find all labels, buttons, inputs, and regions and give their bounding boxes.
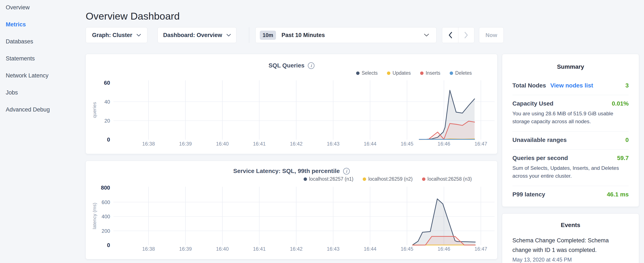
legend-item: Selects: [356, 70, 378, 76]
events-title: Events: [512, 222, 629, 228]
next-range-button[interactable]: [458, 28, 474, 43]
graph-dropdown-label: Graph: Cluster: [92, 32, 132, 39]
legend-dot-icon: [450, 72, 453, 75]
svg-text:16:42: 16:42: [290, 141, 302, 147]
now-button[interactable]: Now: [479, 27, 504, 43]
svg-text:16:47: 16:47: [474, 246, 487, 252]
time-range-label: Past 10 Minutes: [282, 32, 424, 39]
dashboard-dropdown[interactable]: Dashboard: Overview: [158, 27, 236, 43]
svg-text:16:44: 16:44: [364, 141, 376, 147]
legend-dot-icon: [422, 177, 426, 181]
legend-item: localhost:26258 (n3): [422, 176, 472, 182]
svg-text:latency (ms): latency (ms): [92, 203, 97, 229]
summary-row-label: Unavailable ranges: [512, 137, 566, 143]
summary-row-label: Total Nodes: [512, 82, 546, 89]
chevron-right-icon: [464, 32, 468, 39]
legend-dot-icon: [356, 72, 360, 75]
service-latency-chart-card: Service Latency: SQL, 99th percentile lo…: [86, 161, 498, 259]
summary-row-label: Capacity Used: [512, 100, 554, 107]
legend-item: Updates: [387, 70, 411, 76]
toolbar-divider: [249, 27, 249, 43]
summary-row-value: 3: [625, 82, 629, 89]
event-text: Schema Change Completed: Schema change w…: [512, 236, 629, 255]
summary-row-p99-latency: P99 latency 46.1 ms: [512, 186, 629, 204]
svg-text:16:42: 16:42: [290, 246, 302, 252]
legend-dot-icon: [387, 72, 390, 75]
summary-row-value: 0.01%: [612, 100, 629, 107]
chart-title-row: SQL Queries: [86, 62, 497, 69]
svg-text:400: 400: [102, 214, 110, 219]
service-latency-plot[interactable]: 16:3816:3916:4016:4116:4216:4316:4416:45…: [86, 161, 497, 259]
svg-text:16:45: 16:45: [400, 141, 413, 147]
chevron-down-icon: [424, 34, 429, 37]
legend-label: Updates: [392, 70, 411, 76]
svg-text:16:41: 16:41: [253, 141, 266, 147]
svg-text:600: 600: [102, 199, 110, 205]
summary-row-value: 46.1 ms: [607, 191, 629, 198]
chevron-left-icon: [448, 32, 452, 39]
sidebar-item-jobs[interactable]: Jobs: [6, 89, 85, 96]
sql-queries-chart-card: SQL Queries SelectsUpdatesInsertsDeletes…: [86, 54, 498, 154]
chart-title: Service Latency: SQL, 99th percentile: [233, 168, 340, 174]
svg-text:16:43: 16:43: [327, 141, 340, 147]
svg-text:60: 60: [104, 80, 110, 86]
chart-title-row: Service Latency: SQL, 99th percentile: [86, 168, 497, 174]
summary-row-total-nodes: Total Nodes View nodes list 3: [512, 82, 629, 95]
svg-text:20: 20: [104, 118, 110, 124]
svg-text:queries: queries: [92, 102, 97, 118]
svg-text:16:44: 16:44: [364, 246, 376, 252]
svg-text:16:46: 16:46: [438, 246, 450, 252]
summary-row-label: Queries per second: [512, 155, 568, 161]
svg-text:0: 0: [107, 242, 110, 248]
legend-item: localhost:26257 (n1): [304, 176, 353, 182]
legend-label: localhost:26259 (n2): [368, 176, 412, 182]
summary-row-description: You are using 28.6 MiB of 515.9 GiB usab…: [512, 110, 629, 125]
svg-text:16:46: 16:46: [438, 141, 450, 147]
svg-text:16:47: 16:47: [474, 141, 487, 147]
info-icon[interactable]: [343, 168, 350, 174]
legend-label: localhost:26257 (n1): [309, 176, 353, 182]
time-range-badge: 10m: [260, 31, 276, 40]
svg-text:0: 0: [107, 137, 110, 143]
view-nodes-list-link[interactable]: View nodes list: [550, 82, 593, 89]
sidebar: Overview Metrics Databases Statements Ne…: [0, 0, 85, 123]
summary-row-description: Sum of Selects, Updates, Inserts, and De…: [512, 164, 629, 180]
time-range-selector[interactable]: 10m Past 10 Minutes: [255, 27, 436, 43]
chevron-down-icon: [226, 34, 231, 37]
summary-row-value: 0: [625, 137, 629, 143]
info-icon[interactable]: [308, 62, 314, 69]
previous-range-button[interactable]: [442, 28, 458, 43]
legend-label: Deletes: [455, 70, 472, 76]
sql-queries-plot[interactable]: 16:3816:3916:4016:4116:4216:4316:4416:45…: [86, 54, 497, 154]
summary-row-queries-per-second: Queries per second 59.7 Sum of Selects, …: [512, 149, 629, 186]
time-step-buttons: [442, 27, 474, 43]
charts-column: SQL Queries SelectsUpdatesInsertsDeletes…: [86, 54, 498, 259]
svg-text:16:38: 16:38: [142, 141, 155, 147]
chart-legend: localhost:26257 (n1)localhost:26259 (n2)…: [304, 176, 472, 182]
svg-text:16:41: 16:41: [253, 246, 266, 252]
legend-item: Deletes: [450, 70, 472, 76]
summary-row-value: 59.7: [617, 155, 629, 161]
svg-text:200: 200: [102, 228, 110, 234]
events-panel: Events Schema Change Completed: Schema c…: [502, 213, 639, 263]
sidebar-item-metrics[interactable]: Metrics: [6, 21, 85, 28]
legend-item: Inserts: [420, 70, 440, 76]
summary-row-label: P99 latency: [512, 191, 545, 198]
event-item[interactable]: Schema Change Completed: Schema change w…: [512, 236, 629, 263]
summary-row-unavailable-ranges: Unavailable ranges 0: [512, 131, 629, 149]
sidebar-item-network-latency[interactable]: Network Latency: [6, 72, 85, 79]
svg-text:16:39: 16:39: [179, 246, 192, 252]
svg-text:16:45: 16:45: [400, 246, 413, 252]
page-title: Overview Dashboard: [86, 10, 180, 22]
sidebar-item-databases[interactable]: Databases: [6, 38, 85, 45]
event-timestamp: May 13, 2020 at 4:45 PM: [512, 256, 629, 263]
graph-dropdown[interactable]: Graph: Cluster: [86, 27, 147, 43]
chart-svg: 16:3816:3916:4016:4116:4216:4316:4416:45…: [86, 54, 497, 154]
legend-dot-icon: [304, 177, 307, 181]
legend-dot-icon: [363, 177, 366, 181]
sidebar-item-advanced-debug[interactable]: Advanced Debug: [6, 106, 85, 113]
sidebar-item-statements[interactable]: Statements: [6, 55, 85, 62]
svg-text:800: 800: [101, 185, 110, 191]
sidebar-item-overview[interactable]: Overview: [6, 4, 85, 11]
chart-svg: 16:3816:3916:4016:4116:4216:4316:4416:45…: [86, 161, 497, 259]
